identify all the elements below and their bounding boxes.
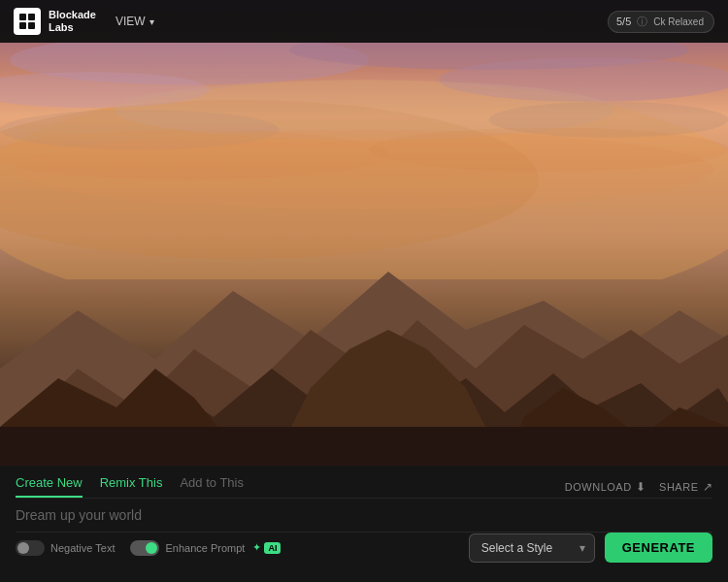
svg-rect-0 [19, 14, 26, 20]
logo: Blockade Labs [14, 8, 96, 35]
navbar-right: 5/5 ⓘ Ck Relaxed [608, 11, 714, 33]
style-select[interactable]: Select a Style Fantasy Sci-Fi Realistic … [469, 534, 595, 563]
panorama-background [0, 0, 728, 466]
svg-rect-1 [28, 14, 35, 20]
download-icon: ⬇ [636, 480, 646, 494]
toggles-left: Negative Text Enhance Prompt ✦ AI [16, 540, 281, 556]
tabs-right: DOWNLOAD ⬇ SHARE ↗ [565, 480, 712, 494]
navbar-left: Blockade Labs VIEW ▾ [14, 8, 160, 35]
enhance-prompt-toggle-group: Enhance Prompt ✦ AI [130, 540, 281, 556]
tab-add-to-this[interactable]: Add to This [180, 475, 244, 498]
negative-text-toggle-group: Negative Text [16, 540, 115, 556]
logo-text: Blockade Labs [49, 9, 96, 34]
controls-right: Select a Style Fantasy Sci-Fi Realistic … [469, 533, 712, 563]
negative-text-toggle[interactable] [16, 540, 45, 556]
generate-button[interactable]: GENERATE [605, 533, 712, 563]
enhance-prompt-toggle[interactable] [130, 540, 159, 556]
bottom-row: Negative Text Enhance Prompt ✦ AI [0, 533, 728, 572]
share-icon: ↗ [703, 480, 713, 494]
prompt-row [0, 499, 728, 532]
view-dropdown[interactable]: VIEW ▾ [110, 11, 160, 32]
panorama-view [0, 0, 728, 466]
control-panel: Create New Remix This Add to This DOWNLO… [0, 466, 728, 582]
download-button[interactable]: DOWNLOAD ⬇ [565, 480, 645, 494]
prompt-input[interactable] [16, 507, 712, 523]
svg-rect-22 [0, 427, 728, 466]
chevron-down-icon: ▾ [149, 16, 154, 27]
svg-rect-3 [28, 22, 35, 29]
mountains-silhouette [0, 0, 728, 466]
tab-remix-this[interactable]: Remix This [100, 475, 163, 498]
credits-badge: 5/5 ⓘ Ck Relaxed [608, 11, 714, 33]
svg-rect-2 [19, 22, 26, 29]
star-icon: ✦ [252, 541, 261, 554]
enhance-prompt-knob [146, 542, 157, 554]
enhance-badge: AI [264, 542, 281, 554]
share-button[interactable]: SHARE ↗ [659, 480, 712, 494]
download-label: DOWNLOAD [565, 481, 632, 493]
tab-create-new[interactable]: Create New [16, 475, 83, 498]
negative-text-knob [17, 542, 29, 554]
logo-icon [14, 8, 41, 35]
enhance-prompt-label: Enhance Prompt [165, 542, 245, 554]
share-label: SHARE [659, 481, 698, 493]
credits-value: 5/5 [616, 16, 631, 27]
enhance-icons: ✦ AI [252, 541, 281, 554]
style-select-wrapper: Select a Style Fantasy Sci-Fi Realistic … [469, 534, 595, 563]
negative-text-label: Negative Text [50, 542, 115, 554]
view-label: VIEW [116, 15, 146, 28]
navbar: Blockade Labs VIEW ▾ 5/5 ⓘ Ck Relaxed [0, 0, 728, 43]
plan-label: Ck Relaxed [653, 16, 704, 27]
info-icon: ⓘ [637, 15, 647, 29]
tabs-row: Create New Remix This Add to This DOWNLO… [0, 466, 728, 498]
tabs-left: Create New Remix This Add to This [16, 475, 244, 498]
app-container: Blockade Labs VIEW ▾ 5/5 ⓘ Ck Relaxed [0, 0, 728, 582]
